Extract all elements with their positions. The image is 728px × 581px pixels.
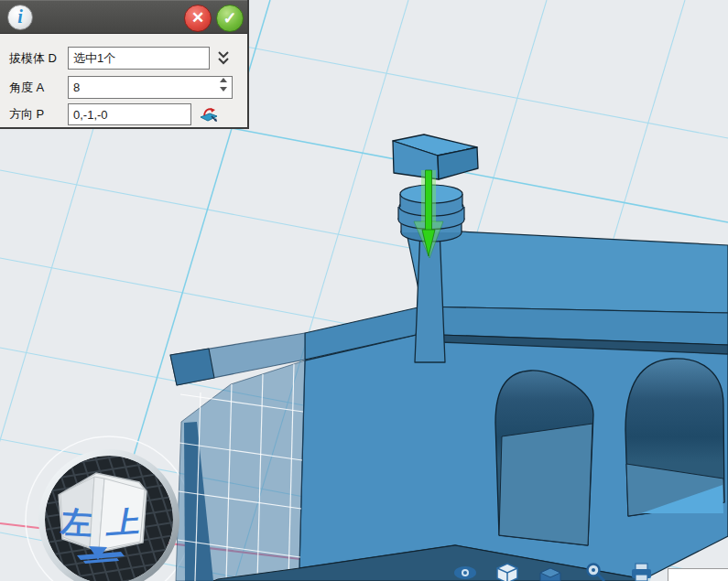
draft-dialog-titlebar[interactable]: i ✕ ✓	[0, 0, 247, 34]
draft-dialog: i ✕ ✓ 拔模体 D 角度 A 方向 P	[0, 0, 249, 129]
draft-body-label: 拔模体 D	[9, 50, 68, 67]
corner-panel	[668, 569, 728, 581]
model-arch-left	[495, 371, 593, 545]
draft-body-row: 拔模体 D	[9, 47, 247, 70]
direction-row: 方向 P	[9, 103, 247, 125]
info-icon[interactable]: i	[7, 5, 33, 30]
angle-label: 角度 A	[9, 80, 68, 96]
viewcube-top-label[interactable]: 上	[104, 505, 145, 540]
draft-body-input[interactable]	[68, 47, 210, 70]
chevron-double-down-icon[interactable]	[216, 50, 231, 67]
arch-left-back-wall	[499, 424, 592, 545]
direction-label: 方向 P	[9, 106, 68, 123]
viewcube-left-label[interactable]: 左	[60, 504, 93, 541]
cancel-button[interactable]: ✕	[184, 5, 212, 32]
spinner-down-button[interactable]	[218, 87, 229, 96]
eye-icon[interactable]	[454, 566, 476, 579]
spinner-up-button[interactable]	[218, 78, 229, 87]
angle-input[interactable]	[68, 76, 233, 99]
direction-input[interactable]	[68, 103, 191, 125]
direction-picker-icon[interactable]	[199, 104, 219, 124]
wireframe-cube-icon[interactable]	[497, 564, 517, 581]
cad-application-window: 左 上 i ✕ ✓ 拔模体 D 角度 A 方向 P	[0, 0, 728, 581]
model-arch-right	[625, 359, 724, 516]
confirm-button[interactable]: ✓	[216, 5, 244, 32]
angle-row: 角度 A	[9, 76, 247, 99]
